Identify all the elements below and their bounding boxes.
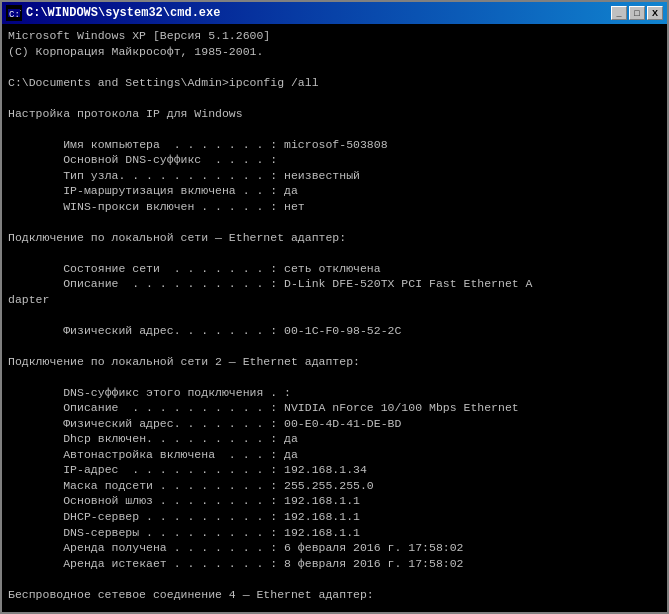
title-bar: C:\ C:\WINDOWS\system32\cmd.exe _ □ X (2, 2, 667, 24)
window-controls: _ □ X (611, 6, 663, 20)
terminal-output[interactable]: Microsoft Windows XP [Версия 5.1.2600] (… (2, 24, 667, 612)
maximize-button[interactable]: □ (629, 6, 645, 20)
cmd-icon: C:\ (6, 5, 22, 21)
close-button[interactable]: X (647, 6, 663, 20)
svg-text:C:\: C:\ (9, 10, 21, 20)
title-bar-left: C:\ C:\WINDOWS\system32\cmd.exe (6, 5, 220, 21)
window-title: C:\WINDOWS\system32\cmd.exe (26, 6, 220, 20)
minimize-button[interactable]: _ (611, 6, 627, 20)
cmd-window: C:\ C:\WINDOWS\system32\cmd.exe _ □ X Mi… (0, 0, 669, 614)
